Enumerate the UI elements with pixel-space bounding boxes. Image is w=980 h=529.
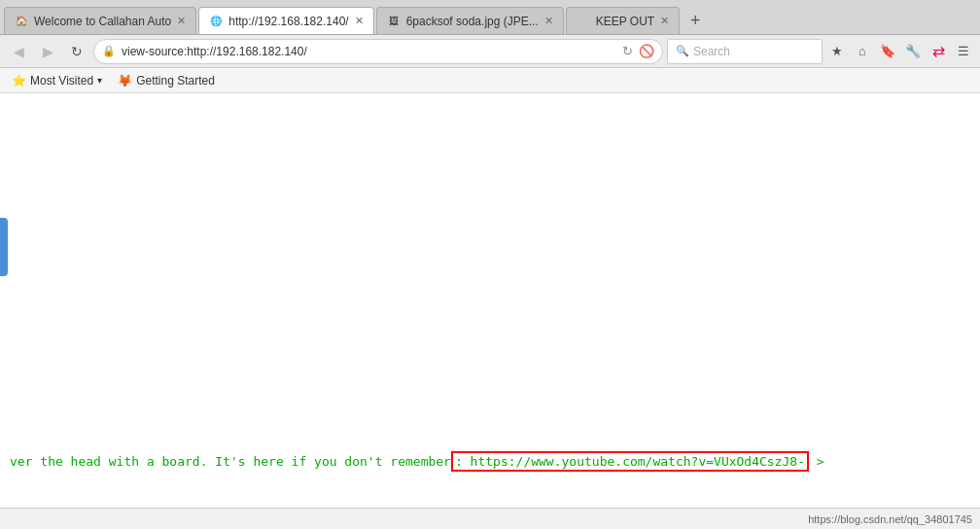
- tab-image[interactable]: 🖼 6packsof soda.jpg (JPE... ✕: [376, 7, 564, 34]
- home-button[interactable]: ⌂: [852, 41, 873, 62]
- source-url-text: : https://www.youtube.com/watch?v=VUxOd4…: [455, 454, 805, 469]
- bookmarks-bar: ⭐ Most Visited ▾ 🦊 Getting Started: [0, 68, 980, 93]
- block-icon[interactable]: 🚫: [639, 44, 654, 58]
- firefox-icon: 🦊: [118, 74, 132, 88]
- status-url: https://blog.csdn.net/qq_34801745: [808, 513, 972, 525]
- addon-button[interactable]: 🔧: [902, 41, 924, 62]
- side-indicator: [0, 218, 8, 276]
- tab-label-image: 6packsof soda.jpg (JPE...: [406, 15, 539, 28]
- lock-icon: 🔒: [102, 45, 116, 57]
- tab-welcome[interactable]: 🏠 Welcome to Callahan Auto ✕: [4, 7, 196, 34]
- source-code-line: ver the head with a board. It's here if …: [0, 454, 980, 469]
- tab-favicon-image: 🖼: [387, 15, 401, 28]
- refresh-button[interactable]: ↻: [64, 39, 89, 64]
- search-icon: 🔍: [676, 45, 689, 57]
- address-bar[interactable]: 🔒 view-source:http://192.168.182.140/ ↻ …: [93, 39, 663, 64]
- address-text: view-source:http://192.168.182.140/: [122, 45, 616, 58]
- tab-close-image[interactable]: ✕: [544, 15, 553, 27]
- status-bar: https://blog.csdn.net/qq_34801745: [0, 508, 980, 529]
- search-placeholder: Search: [693, 45, 730, 58]
- forward-button[interactable]: ▶: [35, 39, 60, 64]
- most-visited-arrow: ▾: [97, 75, 102, 86]
- most-visited-label: Most Visited: [30, 74, 93, 88]
- tab-close-keepout[interactable]: ✕: [660, 15, 669, 27]
- bookmark-manager-button[interactable]: 🔖: [877, 41, 898, 62]
- tab-label-welcome: Welcome to Callahan Auto: [34, 15, 171, 28]
- sync-button[interactable]: ⇄: [928, 41, 949, 62]
- tab-label-viewsource: http://192.168.182.140/: [228, 15, 348, 28]
- source-text-before: ver the head with a board. It's here if …: [10, 454, 451, 469]
- tab-favicon-viewsource: 🌐: [209, 15, 223, 28]
- source-arrow: >: [809, 454, 824, 469]
- most-visited-icon: ⭐: [12, 74, 26, 88]
- tab-label-keepout: KEEP OUT: [596, 15, 654, 28]
- reload-icon[interactable]: ↻: [622, 44, 633, 58]
- source-url-highlight: : https://www.youtube.com/watch?v=VUxOd4…: [451, 451, 809, 472]
- menu-button[interactable]: ☰: [953, 41, 974, 62]
- tab-close-welcome[interactable]: ✕: [177, 15, 186, 27]
- tab-bar: 🏠 Welcome to Callahan Auto ✕ 🌐 http://19…: [0, 0, 980, 35]
- bookmark-getting-started[interactable]: 🦊 Getting Started: [114, 72, 219, 89]
- tab-keepout[interactable]: KEEP OUT ✕: [566, 7, 680, 34]
- star-button[interactable]: ★: [826, 41, 848, 62]
- nav-bar: ◀ ▶ ↻ 🔒 view-source:http://192.168.182.1…: [0, 35, 980, 68]
- search-box[interactable]: 🔍 Search: [667, 39, 822, 64]
- tab-viewsource[interactable]: 🌐 http://192.168.182.140/ ✕: [198, 7, 373, 34]
- page-content: ver the head with a board. It's here if …: [0, 93, 980, 508]
- tab-favicon-welcome: 🏠: [15, 15, 28, 28]
- bookmark-most-visited[interactable]: ⭐ Most Visited ▾: [8, 72, 106, 89]
- new-tab-button[interactable]: +: [682, 7, 709, 34]
- tab-close-viewsource[interactable]: ✕: [355, 15, 364, 27]
- getting-started-label: Getting Started: [136, 74, 215, 88]
- tab-favicon-keepout: [577, 15, 590, 28]
- back-button[interactable]: ◀: [6, 39, 31, 64]
